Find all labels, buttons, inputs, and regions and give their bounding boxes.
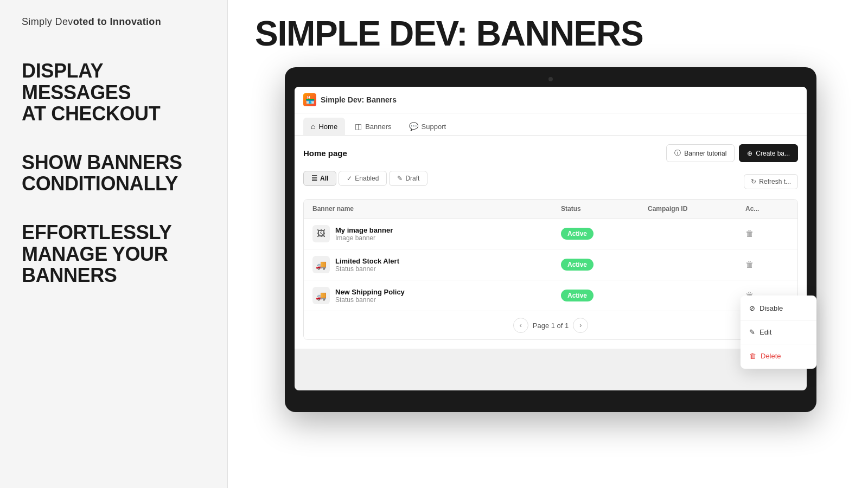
status-cell-2: Active [561,259,648,271]
home-icon: ⌂ [311,122,315,131]
banners-table: Banner name Status Campaign ID Ac... 🖼 M… [303,199,798,340]
banner-name-2: Limited Stock Alert [335,257,399,265]
table-row: 🚚 Limited Stock Alert Status banner Acti… [304,249,797,280]
table-header: Banner name Status Campaign ID Ac... [304,200,797,219]
edit-icon: ✎ [749,328,755,336]
banner-icon-2: 🚚 [312,256,330,273]
context-delete-icon: 🗑 [749,352,756,360]
content-header: Home page ⓘ Banner tutorial ⊕ Create ba.… [303,144,798,162]
banner-type-1: Image banner [335,234,393,242]
prev-page-button[interactable]: ‹ [513,318,528,333]
context-menu-delete[interactable]: 🗑 Delete [741,346,816,365]
filter-all[interactable]: ☰ All [303,171,336,186]
tab-banners-label: Banners [365,123,391,131]
actions-2: 🗑 [745,260,789,269]
create-banner-button[interactable]: ⊕ Create ba... [739,144,798,162]
refresh-label: Refresh t... [759,178,791,185]
context-menu-disable[interactable]: ⊘ Disable [741,299,816,318]
refresh-icon: ↻ [751,178,756,185]
col-banner-name: Banner name [312,205,561,213]
filter-draft-label: Draft [405,175,419,182]
tab-support-label: Support [422,123,446,131]
actions-1: 🗑 [745,229,789,239]
context-menu-divider-1 [741,320,816,320]
banner-tutorial-button[interactable]: ⓘ Banner tutorial [666,144,735,162]
nav-tabs: ⌂ Home ◫ Banners 💬 Support [295,113,807,136]
status-cell-1: Active [561,228,648,240]
delete-icon-2[interactable]: 🗑 [745,260,754,269]
tablet-screen: 🏪 Simple Dev: Banners ⌂ Home ◫ Banners [295,87,807,390]
context-menu: ⊘ Disable ✎ Edit 🗑 Delete [741,296,816,369]
status-badge-3: Active [561,290,593,301]
tablet-container: 🏪 Simple Dev: Banners ⌂ Home ◫ Banners [255,67,846,472]
banner-name-3: New Shipping Policy [335,288,405,296]
banner-type-2: Status banner [335,265,399,273]
table-row: 🚚 New Shipping Policy Status banner Acti… [304,280,797,311]
banner-icon-3: 🚚 [312,287,330,304]
feature-manage-banners: EFFORTLESSLYMANAGE YOURBANNERS [22,222,206,286]
banner-icon-1: 🖼 [312,225,330,242]
context-delete-label: Delete [761,352,781,360]
banner-info-2: 🚚 Limited Stock Alert Status banner [312,256,561,273]
filter-all-icon: ☰ [311,175,317,182]
status-badge-2: Active [561,259,593,271]
page-indicator: Page 1 of 1 [533,322,569,330]
app-header: 🏪 Simple Dev: Banners [295,87,807,113]
col-campaign-id: Campaign ID [648,205,745,213]
delete-icon-1[interactable]: 🗑 [745,229,754,238]
app-title-text: Simple Dev: Banners [321,95,397,104]
refresh-button[interactable]: ↻ Refresh t... [744,174,798,189]
banner-tutorial-label: Banner tutorial [684,150,726,157]
banner-info-3: 🚚 New Shipping Policy Status banner [312,287,561,304]
content-title: Home page [303,149,347,158]
brand-name: Simply Devoted to Innovation [22,16,206,28]
content-area: Home page ⓘ Banner tutorial ⊕ Create ba.… [295,136,807,349]
tab-support[interactable]: 💬 Support [401,118,454,135]
filter-enabled-label: Enabled [355,175,379,182]
col-status: Status [561,205,648,213]
filter-enabled-icon: ✓ [347,175,352,182]
tablet-mockup: 🏪 Simple Dev: Banners ⌂ Home ◫ Banners [285,67,816,412]
content-header-actions: ⓘ Banner tutorial ⊕ Create ba... [666,144,798,162]
col-actions: Ac... [745,205,789,213]
context-menu-edit[interactable]: ✎ Edit [741,323,816,342]
context-menu-divider-2 [741,344,816,344]
tutorial-icon: ⓘ [674,149,681,158]
banners-icon: ◫ [355,122,362,131]
page-title: SIMPLE DEV: BANNERS [255,16,846,51]
app-icon: 🏪 [303,93,316,106]
banner-type-3: Status banner [335,296,405,304]
edit-label: Edit [760,328,771,336]
right-panel: SIMPLE DEV: BANNERS 🏪 Simple Dev: Banner… [228,0,868,488]
left-panel: Simply Devoted to Innovation DISPLAY MES… [0,0,228,488]
disable-icon: ⊘ [749,304,755,312]
filter-draft[interactable]: ✎ Draft [389,171,427,186]
tab-home-label: Home [318,123,337,131]
filter-enabled[interactable]: ✓ Enabled [339,171,387,186]
create-banner-label: Create ba... [756,150,790,157]
feature-display-messages: DISPLAY MESSAGESAT CHECKOUT [22,60,206,125]
banner-name-1: My image banner [335,226,393,234]
feature-list: DISPLAY MESSAGESAT CHECKOUT SHOW BANNERS… [22,60,206,286]
banner-info-1: 🖼 My image banner Image banner [312,225,561,242]
disable-label: Disable [760,304,783,312]
status-badge-1: Active [561,228,593,240]
app-icon-emoji: 🏪 [305,95,315,104]
create-icon: ⊕ [747,150,752,157]
tablet-camera [548,77,553,81]
filter-all-label: All [320,175,328,182]
tab-home[interactable]: ⌂ Home [303,118,345,135]
filter-draft-icon: ✎ [397,175,403,182]
table-row: 🖼 My image banner Image banner Active [304,219,797,249]
filter-row: ☰ All ✓ Enabled ✎ Draft [303,171,798,192]
filter-tabs: ☰ All ✓ Enabled ✎ Draft [303,171,427,186]
pagination: ‹ Page 1 of 1 › [304,311,797,339]
tab-banners[interactable]: ◫ Banners [347,118,399,135]
next-page-button[interactable]: › [573,318,588,333]
support-icon: 💬 [409,122,418,131]
feature-show-banners: SHOW BANNERSCONDITIONALLY [22,152,206,195]
status-cell-3: Active [561,290,648,301]
